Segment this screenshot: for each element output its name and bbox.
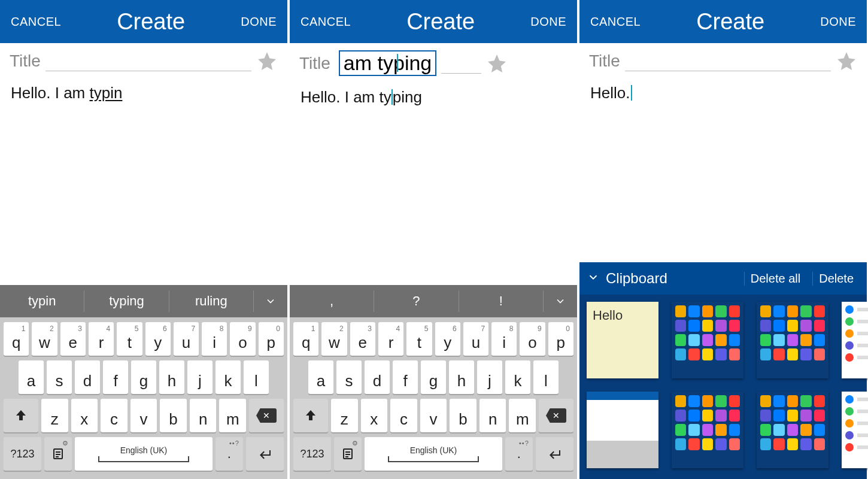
key-c[interactable]: c <box>101 399 128 432</box>
key-u[interactable]: 7u <box>174 322 199 356</box>
star-icon[interactable] <box>486 53 508 74</box>
key-j[interactable]: j <box>187 360 213 394</box>
suggestion-expand[interactable] <box>254 295 287 307</box>
key-j[interactable]: j <box>477 360 502 394</box>
key-n[interactable]: n <box>479 399 506 432</box>
cancel-button[interactable]: CANCEL <box>11 15 61 29</box>
clipboard-item-text[interactable]: Hello <box>587 302 658 378</box>
clipboard-item-apps[interactable] <box>672 302 743 378</box>
key-g[interactable]: g <box>421 360 446 394</box>
done-button[interactable]: DONE <box>820 15 856 29</box>
clipboard-key[interactable]: ⚙ <box>44 437 72 471</box>
backspace-key[interactable]: ✕ <box>539 399 573 432</box>
clipboard-key[interactable]: ⚙ <box>334 437 362 471</box>
key-k[interactable]: k <box>505 360 530 394</box>
clipboard-delete-all[interactable]: Delete all <box>744 272 806 286</box>
key-p[interactable]: 0p <box>548 322 573 356</box>
note-body[interactable]: Hello. I am typing <box>290 80 577 285</box>
key-u[interactable]: 7u <box>463 322 488 356</box>
title-placeholder[interactable]: Title <box>299 54 330 73</box>
key-d[interactable]: d <box>75 360 100 394</box>
title-input[interactable] <box>625 51 831 71</box>
key-m[interactable]: m <box>509 399 536 432</box>
clipboard-item-apps[interactable] <box>672 392 743 468</box>
clipboard-collapse[interactable] <box>587 271 600 286</box>
key-e[interactable]: 3e <box>60 322 86 356</box>
clipboard-item-screenshot[interactable] <box>587 392 658 468</box>
key-w[interactable]: 2w <box>32 322 57 356</box>
key-p[interactable]: 0p <box>259 322 284 356</box>
key-t[interactable]: 5t <box>117 322 142 356</box>
key-e[interactable]: 3e <box>350 322 375 356</box>
key-v[interactable]: v <box>420 399 447 432</box>
key-s[interactable]: s <box>336 360 362 394</box>
star-icon[interactable] <box>836 50 857 72</box>
suggestion-1[interactable]: typin <box>0 290 84 312</box>
key-g[interactable]: g <box>131 360 156 394</box>
key-y[interactable]: 6y <box>145 322 171 356</box>
key-n[interactable]: n <box>190 399 217 432</box>
symbols-key[interactable]: ?123 <box>293 437 331 471</box>
suggestion-expand[interactable] <box>544 295 577 307</box>
key-o[interactable]: 9o <box>230 322 255 356</box>
space-key[interactable]: English (UK) <box>75 437 213 471</box>
key-y[interactable]: 6y <box>435 322 460 356</box>
shift-key[interactable] <box>293 399 328 432</box>
done-button[interactable]: DONE <box>241 15 277 29</box>
star-icon[interactable] <box>256 50 278 72</box>
clipboard-item-apps[interactable] <box>757 392 828 468</box>
key-f[interactable]: f <box>393 360 418 394</box>
cancel-button[interactable]: CANCEL <box>301 15 351 29</box>
suggestion-1[interactable]: , <box>290 290 374 312</box>
key-x[interactable]: x <box>71 399 98 432</box>
clipboard-item-contacts[interactable] <box>842 302 868 378</box>
key-x[interactable]: x <box>361 399 388 432</box>
note-body[interactable]: Hello. <box>579 75 867 262</box>
space-key[interactable]: English (UK) <box>365 437 502 471</box>
clipboard-item-apps[interactable] <box>757 302 828 378</box>
note-body[interactable]: Hello. I am typin <box>0 75 287 285</box>
key-h[interactable]: h <box>449 360 474 394</box>
key-r[interactable]: 4r <box>89 322 114 356</box>
key-b[interactable]: b <box>160 399 187 432</box>
key-k[interactable]: k <box>216 360 241 394</box>
symbols-key[interactable]: ?123 <box>4 437 41 471</box>
key-b[interactable]: b <box>450 399 477 432</box>
title-input[interactable] <box>45 51 251 71</box>
key-q[interactable]: 1q <box>4 322 29 356</box>
key-o[interactable]: 9o <box>520 322 545 356</box>
key-s[interactable]: s <box>47 360 72 394</box>
enter-key[interactable] <box>536 437 573 471</box>
suggestion-3[interactable]: ! <box>459 290 544 312</box>
key-z[interactable]: z <box>41 399 68 432</box>
key-t[interactable]: 5t <box>406 322 432 356</box>
key-q[interactable]: 1q <box>293 322 318 356</box>
key-v[interactable]: v <box>130 399 157 432</box>
backspace-key[interactable]: ✕ <box>249 399 284 432</box>
done-button[interactable]: DONE <box>530 15 566 29</box>
clipboard-delete[interactable]: Delete <box>812 272 860 286</box>
suggestion-2[interactable]: ? <box>374 290 459 312</box>
title-placeholder[interactable]: Title <box>10 51 41 71</box>
key-i[interactable]: 8i <box>202 322 227 356</box>
clipboard-item-contacts[interactable] <box>842 392 868 468</box>
key-h[interactable]: h <box>159 360 184 394</box>
period-key[interactable]: ••?. <box>216 437 243 471</box>
key-l[interactable]: l <box>533 360 559 394</box>
key-a[interactable]: a <box>308 360 333 394</box>
key-m[interactable]: m <box>219 399 246 432</box>
suggestion-3[interactable]: ruling <box>169 290 254 312</box>
shift-key[interactable] <box>4 399 38 432</box>
enter-key[interactable] <box>246 437 284 471</box>
key-c[interactable]: c <box>390 399 417 432</box>
key-r[interactable]: 4r <box>378 322 403 356</box>
title-input[interactable] <box>441 53 481 74</box>
cancel-button[interactable]: CANCEL <box>590 15 641 29</box>
key-z[interactable]: z <box>331 399 358 432</box>
period-key[interactable]: ••?. <box>505 437 533 471</box>
key-a[interactable]: a <box>19 360 44 394</box>
key-f[interactable]: f <box>103 360 128 394</box>
key-w[interactable]: 2w <box>321 322 347 356</box>
suggestion-2[interactable]: typing <box>84 290 169 312</box>
key-d[interactable]: d <box>365 360 390 394</box>
